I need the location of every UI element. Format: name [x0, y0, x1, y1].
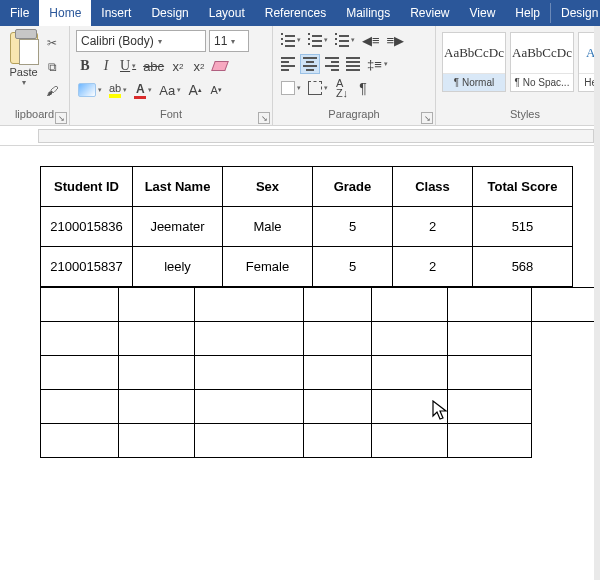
document-area[interactable]: Student ID Last Name Sex Grade Class Tot… [0, 146, 600, 458]
subscript-button[interactable]: x2 [169, 56, 187, 76]
multilevel-list-button[interactable]: ▾ [333, 30, 357, 50]
tab-table-design[interactable]: Design [551, 0, 600, 26]
decrease-indent-button[interactable]: ◀≡ [360, 30, 382, 50]
cell[interactable] [118, 356, 194, 390]
table-row[interactable]: 2100015836 Jeemater Male 5 2 515 [41, 207, 573, 247]
increase-indent-button[interactable]: ≡▶ [385, 30, 407, 50]
cell[interactable]: 515 [473, 207, 573, 247]
cell[interactable]: 5 [313, 207, 393, 247]
cell[interactable]: 2100015837 [41, 247, 133, 287]
table-row[interactable]: 2100015837 leely Female 5 2 568 [41, 247, 573, 287]
cell[interactable] [532, 288, 600, 322]
grow-font-button[interactable]: A▴ [186, 80, 204, 100]
font-name-combo[interactable]: Calibri (Body) ▾ [76, 30, 206, 52]
justify-button[interactable] [344, 54, 362, 74]
col-last-name[interactable]: Last Name [133, 167, 223, 207]
cell[interactable]: Female [223, 247, 313, 287]
shrink-font-button[interactable]: A▾ [207, 80, 225, 100]
ruler[interactable] [0, 126, 600, 146]
cell[interactable] [118, 322, 194, 356]
cell[interactable]: 2100015836 [41, 207, 133, 247]
cell[interactable] [371, 356, 447, 390]
strikethrough-button[interactable]: abc [141, 56, 166, 76]
col-grade[interactable]: Grade [313, 167, 393, 207]
table-row[interactable] [41, 390, 600, 424]
cell[interactable]: 2 [393, 247, 473, 287]
format-painter-icon[interactable]: 🖌 [43, 82, 61, 100]
copy-icon[interactable]: ⧉ [43, 58, 61, 76]
cell[interactable]: 2 [393, 207, 473, 247]
cell[interactable] [447, 390, 531, 424]
align-left-button[interactable] [279, 54, 297, 74]
cell[interactable] [194, 356, 303, 390]
col-sex[interactable]: Sex [223, 167, 313, 207]
cell[interactable] [303, 424, 371, 458]
borders-button[interactable]: ▾ [306, 78, 330, 98]
align-right-button[interactable] [323, 54, 341, 74]
table-row[interactable] [41, 356, 600, 390]
cell[interactable]: 5 [313, 247, 393, 287]
cell[interactable] [194, 322, 303, 356]
cell[interactable] [194, 424, 303, 458]
table-row[interactable] [41, 424, 600, 458]
tab-design[interactable]: Design [141, 0, 198, 26]
text-effects-button[interactable]: ▾ [76, 80, 104, 100]
font-launcher[interactable]: ↘ [258, 112, 270, 124]
cell[interactable] [447, 424, 531, 458]
tab-mailings[interactable]: Mailings [336, 0, 400, 26]
paste-icon[interactable] [10, 32, 38, 64]
style-no-spacing[interactable]: AaBbCcDc ¶ No Spac... [510, 32, 574, 92]
tab-review[interactable]: Review [400, 0, 459, 26]
bold-button[interactable]: B [76, 56, 94, 76]
cell[interactable] [41, 322, 119, 356]
clear-formatting-button[interactable] [211, 56, 229, 76]
paste-menu-caret[interactable]: ▾ [22, 78, 26, 87]
sort-button[interactable]: AZ↓ [333, 78, 351, 98]
underline-button[interactable]: U▾ [118, 56, 138, 76]
cell[interactable] [303, 322, 371, 356]
vertical-scrollbar[interactable] [594, 26, 600, 580]
cell[interactable] [303, 390, 371, 424]
clipboard-launcher[interactable]: ↘ [55, 112, 67, 124]
line-spacing-button[interactable]: ‡≡▾ [365, 54, 390, 74]
cell[interactable] [371, 288, 447, 322]
tab-layout[interactable]: Layout [199, 0, 255, 26]
cell[interactable] [371, 322, 447, 356]
cell[interactable] [371, 424, 447, 458]
font-size-combo[interactable]: 11 ▾ [209, 30, 249, 52]
tab-insert[interactable]: Insert [91, 0, 141, 26]
cell[interactable] [194, 390, 303, 424]
tab-view[interactable]: View [460, 0, 506, 26]
paragraph-launcher[interactable]: ↘ [421, 112, 433, 124]
align-center-button[interactable] [300, 54, 320, 74]
superscript-button[interactable]: x2 [190, 56, 208, 76]
show-marks-button[interactable]: ¶ [354, 78, 372, 98]
cell[interactable] [118, 424, 194, 458]
style-normal[interactable]: AaBbCcDc ¶ Normal [442, 32, 506, 92]
italic-button[interactable]: I [97, 56, 115, 76]
cell[interactable] [41, 390, 119, 424]
font-color-button[interactable]: A▾ [132, 80, 154, 100]
cell[interactable] [194, 288, 303, 322]
tab-file[interactable]: File [0, 0, 39, 26]
bullets-button[interactable]: ▾ [279, 30, 303, 50]
cut-icon[interactable]: ✂ [43, 34, 61, 52]
cell[interactable] [447, 356, 531, 390]
cell[interactable] [41, 424, 119, 458]
cell[interactable] [303, 356, 371, 390]
cell[interactable] [41, 356, 119, 390]
tab-home[interactable]: Home [39, 0, 91, 26]
cell[interactable] [118, 390, 194, 424]
cell[interactable]: 568 [473, 247, 573, 287]
cell[interactable] [303, 288, 371, 322]
change-case-button[interactable]: Aa▾ [157, 80, 183, 100]
numbering-button[interactable]: ▾ [306, 30, 330, 50]
cell[interactable] [118, 288, 194, 322]
table-row[interactable] [41, 288, 600, 322]
shading-button[interactable]: ▾ [279, 78, 303, 98]
cell[interactable]: Male [223, 207, 313, 247]
cell[interactable] [41, 288, 119, 322]
highlight-color-button[interactable]: ab▾ [107, 80, 129, 100]
paste-label[interactable]: Paste [9, 66, 37, 78]
col-class[interactable]: Class [393, 167, 473, 207]
